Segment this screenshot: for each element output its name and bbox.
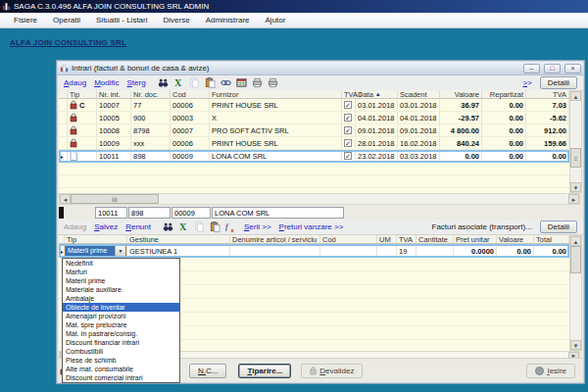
- pret-unitar-cell[interactable]: 0.0000: [454, 244, 497, 258]
- print-all-icon[interactable]: [268, 77, 278, 88]
- dropdown-option[interactable]: Marfuri: [63, 268, 179, 276]
- table-row[interactable]: 10009 xxx 00006 PRINT HOUSE SRL ✓ 28.01.…: [59, 137, 569, 150]
- dropdown-option[interactable]: Piese de schimb: [63, 356, 179, 365]
- search-binoculars-icon[interactable]: [163, 221, 173, 232]
- menu-administrare[interactable]: Administrare: [198, 16, 258, 24]
- col-data[interactable]: Data▲: [356, 90, 398, 98]
- fx-formula-icon[interactable]: fx: [225, 221, 236, 232]
- menu-operatii[interactable]: Operatii: [45, 16, 88, 24]
- menu-diverse[interactable]: Diverse: [156, 16, 198, 24]
- col-valoare[interactable]: Valoare: [440, 90, 482, 98]
- scroll-up-icon[interactable]: ▲: [570, 236, 581, 246]
- link-chain-icon[interactable]: [220, 77, 231, 88]
- col2-total[interactable]: Total: [534, 235, 569, 243]
- checkbox-checked-icon[interactable]: ✓: [344, 139, 352, 147]
- table-row[interactable]: 10008 8798 00007 PRO SOFT ACTIV SRL ✓ 09…: [59, 124, 569, 137]
- cod-field[interactable]: [172, 207, 211, 219]
- invoices-vscrollbar[interactable]: ▲ ≡ ▼: [569, 90, 582, 193]
- col2-valoare[interactable]: Valoare: [497, 235, 534, 243]
- dropdown-option[interactable]: Mat. spre prelucrare: [63, 320, 179, 329]
- excel-export-icon[interactable]: X: [178, 221, 189, 232]
- col2-pret-unitar[interactable]: Pret unitar: [454, 235, 497, 243]
- company-link[interactable]: ALFA JOIN CONSULTING SRL: [10, 38, 126, 47]
- sterg-link[interactable]: Sterg: [127, 78, 146, 87]
- col2-cantitate[interactable]: Cantitate: [416, 235, 454, 243]
- invoices-hscrollbar[interactable]: ◄ ⦀⦀ ►: [59, 193, 580, 205]
- cantitate-cell[interactable]: [416, 244, 454, 258]
- checkbox-checked-icon[interactable]: ✓: [344, 126, 352, 134]
- tva-cell[interactable]: 19: [397, 244, 416, 258]
- tiparire-button[interactable]: Tiparire...: [238, 364, 291, 378]
- checkbox-checked-icon[interactable]: ✓: [344, 101, 352, 109]
- menu-situatii-listari[interactable]: Situatii - Listari: [88, 16, 155, 24]
- maximize-button[interactable]: □: [544, 64, 561, 74]
- chevron-down-icon[interactable]: ▼: [115, 246, 125, 256]
- preturi-vanzare-link[interactable]: Preturi vanzare >>: [279, 222, 344, 231]
- dropdown-option[interactable]: Discount comercial intrari: [63, 373, 179, 382]
- dropdown-option[interactable]: Mat. în pastrare/consig.: [63, 329, 179, 338]
- devalidez-button[interactable]: Devalidez: [301, 364, 363, 378]
- table-row-selected[interactable]: ▶ 10011 898 00009 LONA COM SRL ✓ 23.02.2…: [59, 150, 569, 163]
- dropdown-option[interactable]: Nedefinit: [63, 259, 179, 268]
- facturi-asociate-label[interactable]: Facturi asociate (transport)...: [432, 222, 532, 231]
- more-columns-link[interactable]: >>: [522, 78, 531, 87]
- menu-ajutor[interactable]: Ajutor: [258, 16, 294, 24]
- item-row-selected[interactable]: ▶ Materii prime ▼ GESTIUNEA 1 19 0.0000 …: [59, 244, 569, 258]
- table-row[interactable]: C 10007 77 00006 PRINT HOUSE SRL ✓ 03.01…: [59, 99, 569, 112]
- col2-denumire[interactable]: Denumire articol / serviciu: [230, 235, 320, 243]
- col-scadent[interactable]: Scadent: [398, 90, 440, 98]
- scroll-down-icon[interactable]: ▼: [570, 182, 581, 192]
- denumire-cell[interactable]: [230, 244, 320, 258]
- gestiune-cell[interactable]: GESTIUNEA 1: [127, 244, 230, 258]
- dropdown-option[interactable]: Combustibili: [63, 347, 179, 356]
- dropdown-option[interactable]: Alte mat. consumabile: [63, 365, 179, 373]
- col-furnizor[interactable]: Furnizor: [210, 90, 342, 98]
- col2-tva[interactable]: TVA: [397, 235, 416, 243]
- journal-table-icon[interactable]: [236, 77, 247, 88]
- nr-doc-field[interactable]: [128, 207, 171, 219]
- table-row[interactable]: 10005 900 00003 X ✓ 04.01.2018 04.01.201…: [59, 112, 569, 124]
- vscroll-thumb[interactable]: ≡: [570, 148, 581, 168]
- detalii2-button[interactable]: Detalii: [540, 220, 577, 233]
- renunt-link[interactable]: Renunt: [125, 222, 151, 231]
- col-cod[interactable]: Cod: [171, 90, 210, 98]
- col-tva-i[interactable]: TVA î: [342, 90, 356, 98]
- scroll-up-icon[interactable]: ▲: [570, 91, 581, 101]
- close-button[interactable]: ×: [564, 64, 581, 74]
- col2-gestiune[interactable]: Gestiune: [127, 235, 230, 243]
- checkbox-checked-icon[interactable]: ✓: [344, 114, 352, 122]
- scroll-left-icon[interactable]: ◄: [60, 194, 71, 204]
- minimize-button[interactable]: –: [523, 64, 540, 74]
- col-tip[interactable]: Tip: [68, 90, 97, 98]
- adaug-link[interactable]: Adaug: [64, 78, 86, 87]
- detalii-button[interactable]: Detalii: [540, 76, 577, 89]
- tip-combobox[interactable]: Materii prime ▼: [65, 245, 126, 257]
- scroll-down-icon[interactable]: ▼: [570, 340, 581, 350]
- col2-cod[interactable]: Cod: [320, 235, 377, 243]
- dropdown-option[interactable]: Amenajari provizorii: [63, 312, 179, 320]
- dropdown-option[interactable]: Materii prime: [63, 276, 179, 285]
- col-nr-int[interactable]: Nr. int.: [97, 90, 131, 98]
- dropdown-option-highlighted[interactable]: Obiecte de inventar: [63, 303, 179, 312]
- search-binoculars-icon[interactable]: [158, 77, 169, 88]
- salvez-link[interactable]: Salvez: [94, 222, 118, 231]
- iesire-button[interactable]: Iesire: [526, 364, 575, 378]
- dropdown-option[interactable]: Materiale auxiliare: [63, 285, 179, 294]
- dropdown-option[interactable]: Ambalaje: [63, 294, 179, 303]
- paste-icon[interactable]: [205, 77, 216, 88]
- modific-link[interactable]: Modific: [94, 78, 119, 87]
- col2-tip[interactable]: Tip: [65, 235, 127, 243]
- col-tva[interactable]: TVA: [526, 90, 569, 98]
- valoare-cell[interactable]: 0.00: [497, 244, 534, 258]
- scroll-right-icon[interactable]: ►: [568, 194, 579, 204]
- cod-cell[interactable]: [320, 244, 377, 258]
- um-cell[interactable]: [377, 244, 397, 258]
- excel-export-icon[interactable]: X: [173, 77, 184, 88]
- print-icon[interactable]: [252, 77, 263, 88]
- serii-link[interactable]: Serii >>: [244, 222, 271, 231]
- hscroll-thumb[interactable]: ⦀⦀: [71, 194, 159, 204]
- furnizor-field[interactable]: [212, 207, 344, 219]
- col2-um[interactable]: UM: [377, 235, 397, 243]
- col-nr-doc[interactable]: Nr. doc.: [131, 90, 171, 98]
- checkbox-checked-icon[interactable]: ✓: [344, 152, 352, 160]
